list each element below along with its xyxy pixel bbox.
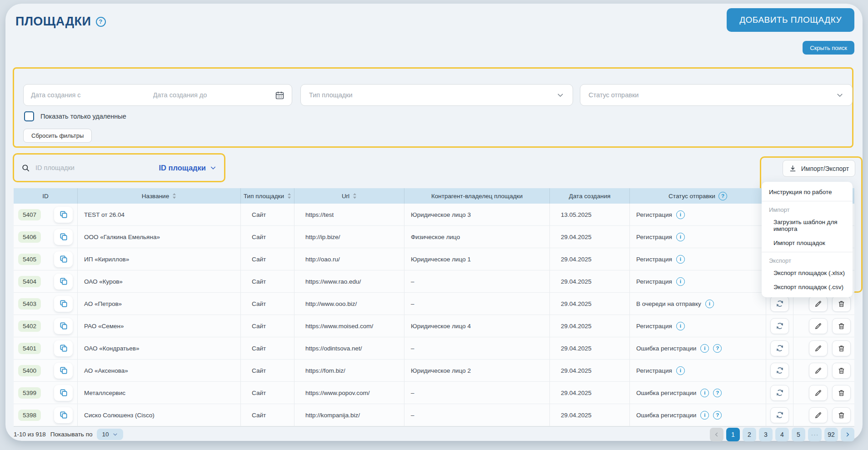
row-id-badge: 5399: [18, 387, 41, 399]
cell-id: 5407: [14, 204, 78, 225]
status-info-icon[interactable]: i: [700, 389, 709, 397]
edit-button[interactable]: [809, 407, 828, 423]
calendar-icon[interactable]: [275, 90, 284, 100]
status-column-help-icon[interactable]: ?: [718, 192, 727, 200]
refresh-button[interactable]: [770, 385, 789, 401]
pagination-ellipsis[interactable]: ···: [808, 428, 822, 441]
edit-button[interactable]: [809, 363, 828, 379]
table-body: 5407 TEST от 26.04 Сайт https://test Юри…: [14, 204, 854, 426]
pagination-page-92[interactable]: 92: [824, 428, 838, 441]
delete-button[interactable]: [832, 407, 851, 423]
per-page-select[interactable]: 10: [97, 429, 123, 440]
delete-button[interactable]: [832, 385, 851, 401]
cell-id: 5404: [14, 270, 78, 292]
status-info-icon[interactable]: i: [676, 233, 685, 241]
edit-button[interactable]: [809, 340, 828, 356]
menu-subitem[interactable]: Загрузить шаблон для импорта: [762, 215, 853, 236]
cell-name: Сиско Солюшенз (Cisco): [78, 404, 241, 426]
cell-status: В очереди на отправку i: [630, 293, 766, 315]
column-header-url[interactable]: Url: [294, 188, 404, 204]
pencil-icon: [814, 367, 822, 375]
status-help-icon[interactable]: ?: [713, 389, 722, 397]
show-deleted-checkbox[interactable]: [24, 111, 34, 121]
copy-id-button[interactable]: [54, 363, 73, 379]
reset-filters-button[interactable]: Сбросить фильтры: [23, 129, 92, 143]
platform-type-select[interactable]: Тип площадки: [300, 84, 573, 106]
date-from-input[interactable]: [31, 91, 150, 99]
pagination-page-3[interactable]: 3: [759, 428, 773, 441]
refresh-button[interactable]: [770, 407, 789, 423]
edit-button[interactable]: [809, 296, 828, 312]
copy-icon: [59, 366, 68, 375]
cell-owner: –: [404, 337, 550, 359]
menu-subitem[interactable]: Экспорт площадок (.csv): [762, 280, 853, 294]
row-id-badge: 5403: [18, 298, 41, 310]
pagination-page-5[interactable]: 5: [792, 428, 805, 441]
cell-status: Регистрация i: [630, 360, 766, 381]
status-info-icon[interactable]: i: [676, 322, 685, 330]
cell-refresh: [766, 315, 793, 337]
pagination-page-4[interactable]: 4: [775, 428, 789, 441]
copy-id-button[interactable]: [54, 229, 73, 245]
pencil-icon: [814, 322, 822, 330]
add-platform-button[interactable]: ДОБАВИТЬ ПЛОЩАДКУ: [727, 8, 854, 32]
pencil-icon: [814, 411, 822, 419]
column-header-type[interactable]: Тип площадки: [241, 188, 294, 204]
cell-owner: Юридическое лицо 4: [404, 315, 550, 337]
delete-button[interactable]: [832, 318, 851, 334]
refresh-button[interactable]: [770, 363, 789, 379]
copy-icon: [59, 388, 68, 397]
pagination-page-1[interactable]: 1: [726, 428, 740, 441]
status-info-icon[interactable]: i: [676, 255, 685, 264]
import-export-button[interactable]: Импорт/Экспорт: [783, 160, 855, 177]
status-info-icon[interactable]: i: [700, 411, 709, 420]
refresh-icon: [776, 322, 784, 330]
refresh-icon: [776, 344, 784, 352]
copy-id-button[interactable]: [54, 251, 73, 267]
copy-id-button[interactable]: [54, 207, 73, 223]
send-status-select[interactable]: Статус отправки: [580, 84, 853, 106]
status-text: Регистрация: [636, 256, 672, 263]
edit-button[interactable]: [809, 385, 828, 401]
cell-type: Сайт: [241, 293, 294, 315]
pagination-prev-button[interactable]: [710, 428, 723, 441]
pagination-next-button[interactable]: [841, 428, 854, 441]
status-info-icon[interactable]: i: [676, 210, 685, 219]
pagination-page-2[interactable]: 2: [743, 428, 756, 441]
copy-id-button[interactable]: [54, 296, 73, 312]
copy-icon: [59, 344, 68, 353]
status-info-icon[interactable]: i: [705, 300, 714, 308]
refresh-button[interactable]: [770, 318, 789, 334]
delete-button[interactable]: [832, 296, 851, 312]
delete-button[interactable]: [832, 340, 851, 356]
table-row: 5398 Сиско Солюшенз (Cisco) Сайт http://…: [14, 404, 854, 426]
page-help-icon[interactable]: ?: [96, 17, 106, 27]
search-input[interactable]: [35, 164, 153, 171]
table-row: 5405 ИП «Кириллов» Сайт http://oao.ru/ Ю…: [14, 248, 854, 270]
edit-button[interactable]: [809, 318, 828, 334]
refresh-button[interactable]: [770, 340, 789, 356]
date-to-input[interactable]: [153, 91, 272, 99]
copy-id-button[interactable]: [54, 274, 73, 290]
menu-subitem[interactable]: Импорт площадок: [762, 236, 853, 250]
hide-search-button[interactable]: Скрыть поиск: [803, 41, 854, 55]
copy-id-button[interactable]: [54, 318, 73, 334]
status-info-icon[interactable]: i: [700, 344, 709, 353]
status-info-icon[interactable]: i: [676, 366, 685, 375]
copy-id-button[interactable]: [54, 385, 73, 401]
delete-button[interactable]: [832, 363, 851, 379]
copy-id-button[interactable]: [54, 340, 73, 356]
refresh-button[interactable]: [770, 296, 789, 312]
status-help-icon[interactable]: ?: [713, 344, 722, 353]
status-help-icon[interactable]: ?: [713, 411, 722, 420]
column-header-name[interactable]: Название: [78, 188, 241, 204]
menu-item[interactable]: Инструкция по работе: [762, 185, 853, 199]
status-info-icon[interactable]: i: [676, 277, 685, 286]
date-range-input[interactable]: [23, 84, 292, 106]
menu-subitem[interactable]: Экспорт площадок (.xlsx): [762, 266, 853, 280]
cell-owner: –: [404, 404, 550, 426]
copy-icon: [59, 410, 68, 420]
search-field-selector[interactable]: ID площадки: [159, 164, 217, 172]
menu-group: Экспорт: [762, 254, 853, 266]
copy-id-button[interactable]: [54, 407, 73, 423]
